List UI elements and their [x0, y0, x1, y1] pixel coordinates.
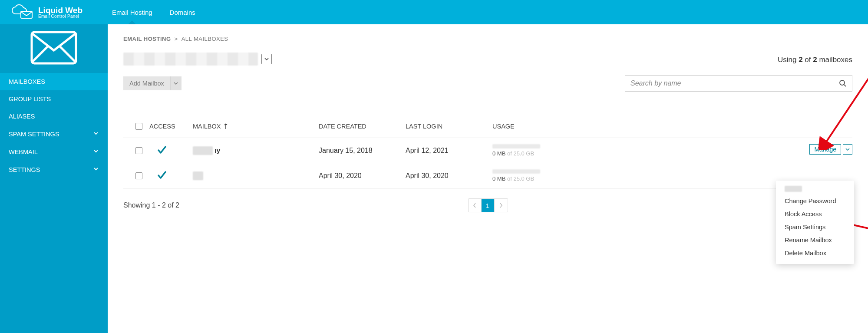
- usage-total: of 25.0 GB: [505, 150, 534, 157]
- mailbox-usage-summary: Using 2 of 2 mailboxes: [778, 56, 852, 64]
- col-date-created[interactable]: DATE CREATED: [319, 123, 406, 130]
- page-prev-button[interactable]: [469, 199, 482, 212]
- search-input[interactable]: [625, 75, 833, 92]
- col-mailbox-label: MAILBOX: [193, 123, 221, 130]
- chevron-down-icon: [93, 130, 99, 138]
- sidebar: MAILBOXES GROUP LISTS ALIASES SPAM SETTI…: [0, 24, 108, 333]
- date-created: January 15, 2018: [319, 147, 406, 155]
- usage-used: 0 MB: [492, 175, 505, 182]
- mailbox-name[interactable]: [193, 171, 319, 180]
- row-checkbox[interactable]: [135, 147, 142, 154]
- mailbox-table: ACCESS MAILBOX DATE CREATED LAST LOGIN U…: [123, 119, 852, 188]
- svg-rect-1: [32, 32, 76, 63]
- access-enabled-icon: [157, 170, 193, 181]
- page-next-button[interactable]: [495, 199, 508, 212]
- date-created: April 30, 2020: [319, 172, 406, 180]
- col-access[interactable]: ACCESS: [149, 123, 193, 130]
- menu-delete-mailbox[interactable]: Delete Mailbox: [776, 247, 854, 260]
- search: [625, 75, 852, 92]
- showing-text: Showing 1 - 2 of 2: [123, 201, 179, 209]
- chevron-down-icon: [93, 166, 99, 173]
- mailbox-suffix: ıy: [215, 147, 220, 155]
- usage-used: 0 MB: [492, 150, 505, 157]
- access-enabled-icon: [157, 145, 193, 156]
- usage-suffix: mailboxes: [817, 56, 852, 64]
- usage-total: of 25.0 GB: [505, 175, 534, 182]
- sidebar-item-settings[interactable]: SETTINGS: [0, 161, 108, 178]
- brand-name: Liquid Web: [38, 6, 83, 14]
- mailbox-name-redacted: [193, 171, 203, 180]
- row-checkbox[interactable]: [135, 172, 142, 179]
- col-mailbox[interactable]: MAILBOX: [193, 123, 319, 130]
- usage-bar-redacted: [492, 144, 540, 148]
- sidebar-item-label: ALIASES: [9, 113, 35, 120]
- sidebar-item-label: MAILBOXES: [9, 78, 45, 85]
- sidebar-item-aliases[interactable]: ALIASES: [0, 108, 108, 125]
- sidebar-item-label: SPAM SETTINGS: [9, 131, 59, 138]
- page-1-button[interactable]: 1: [482, 199, 495, 212]
- brand-logo-icon: [11, 4, 35, 20]
- dropdown-header-redacted: [785, 186, 802, 192]
- menu-change-password[interactable]: Change Password: [776, 195, 854, 208]
- usage-cell: 0 MB of 25.0 GB: [492, 144, 627, 157]
- col-usage[interactable]: USAGE: [492, 123, 627, 130]
- domain-name-redacted: [123, 53, 258, 66]
- table-row: ıy January 15, 2018 April 12, 2021 0 MB …: [123, 138, 852, 163]
- add-mailbox-dropdown-button[interactable]: [170, 76, 182, 90]
- search-icon: [839, 79, 847, 87]
- manage-dropdown-menu: Change Password Block Access Spam Settin…: [776, 181, 854, 264]
- breadcrumb-leaf: ALL MAILBOXES: [182, 36, 228, 42]
- search-button[interactable]: [833, 75, 852, 92]
- sidebar-item-spam-settings[interactable]: SPAM SETTINGS: [0, 125, 108, 143]
- menu-spam-settings[interactable]: Spam Settings: [776, 221, 854, 234]
- brand: Liquid Web Email Control Panel: [11, 4, 83, 20]
- select-all-checkbox[interactable]: [135, 123, 142, 130]
- brand-text: Liquid Web Email Control Panel: [38, 6, 83, 19]
- table-row: April 30, 2020 April 30, 2020 0 MB of 25…: [123, 163, 852, 188]
- topbar: Liquid Web Email Control Panel Email Hos…: [0, 0, 868, 24]
- usage-cell: 0 MB of 25.0 GB: [492, 169, 627, 182]
- manage-dropdown-button[interactable]: [843, 144, 852, 155]
- sort-asc-icon: [223, 123, 228, 129]
- sidebar-item-label: WEBMAIL: [9, 148, 38, 155]
- usage-prefix: Using: [778, 56, 799, 64]
- chevron-down-icon: [93, 148, 99, 155]
- chevron-right-icon: [499, 203, 503, 208]
- usage-total: 2: [813, 56, 817, 64]
- sidebar-hero-icon: [0, 24, 108, 73]
- main-content: EMAIL HOSTING > ALL MAILBOXES Using 2 of…: [108, 24, 868, 333]
- mailbox-name[interactable]: ıy: [193, 146, 319, 155]
- last-login: April 12, 2021: [406, 147, 492, 155]
- top-nav: Email Hosting Domains: [112, 0, 195, 24]
- chevron-left-icon: [473, 203, 476, 208]
- sidebar-item-label: SETTINGS: [9, 166, 40, 173]
- add-mailbox-button-group: Add Mailbox: [123, 76, 182, 90]
- table-header: ACCESS MAILBOX DATE CREATED LAST LOGIN U…: [123, 119, 852, 138]
- menu-rename-mailbox[interactable]: Rename Mailbox: [776, 234, 854, 247]
- sidebar-item-group-lists[interactable]: GROUP LISTS: [0, 90, 108, 108]
- sidebar-item-label: GROUP LISTS: [9, 96, 51, 102]
- add-mailbox-button[interactable]: Add Mailbox: [123, 76, 170, 90]
- chevron-down-icon: [264, 56, 269, 62]
- sidebar-item-mailboxes[interactable]: MAILBOXES: [0, 73, 108, 90]
- sidebar-item-webmail[interactable]: WEBMAIL: [0, 143, 108, 161]
- pagination: 1: [468, 198, 508, 212]
- topnav-domains[interactable]: Domains: [170, 0, 195, 24]
- col-last-login[interactable]: LAST LOGIN: [406, 123, 492, 130]
- breadcrumb: EMAIL HOSTING > ALL MAILBOXES: [123, 36, 852, 42]
- svg-point-2: [840, 80, 845, 85]
- topnav-email-hosting[interactable]: Email Hosting: [112, 0, 152, 24]
- brand-subtitle: Email Control Panel: [38, 14, 83, 19]
- usage-used: 2: [799, 56, 802, 64]
- mailbox-name-redacted: [193, 146, 213, 155]
- domain-dropdown-button[interactable]: [261, 54, 272, 64]
- last-login: April 30, 2020: [406, 172, 492, 180]
- breadcrumb-root[interactable]: EMAIL HOSTING: [123, 36, 171, 42]
- chevron-down-icon: [174, 81, 178, 86]
- breadcrumb-separator: >: [175, 36, 178, 42]
- manage-button[interactable]: Manage: [809, 144, 841, 155]
- usage-bar-redacted: [492, 169, 540, 174]
- chevron-down-icon: [845, 147, 850, 152]
- menu-block-access[interactable]: Block Access: [776, 208, 854, 221]
- usage-mid: of: [803, 56, 813, 64]
